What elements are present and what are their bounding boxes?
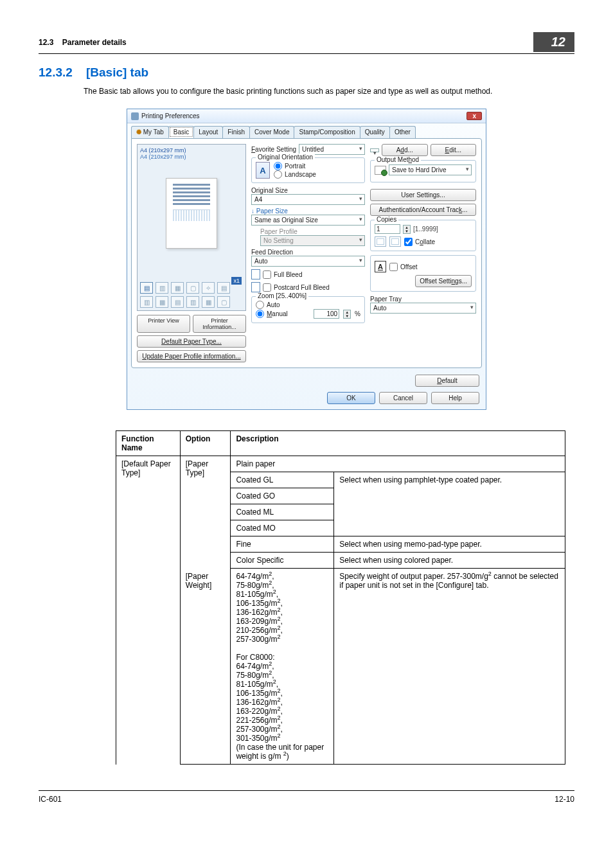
select-value: Auto: [373, 305, 387, 312]
cell-plain: Plain paper: [231, 456, 565, 472]
hard-drive-icon: [375, 166, 386, 175]
option-icon[interactable]: ▢: [217, 296, 230, 308]
portrait-radio[interactable]: Portrait: [274, 162, 316, 170]
w: 210-256g/m: [236, 626, 277, 635]
paper-size-select[interactable]: Same as Original Size: [251, 215, 365, 226]
add-button[interactable]: Add...: [382, 144, 428, 156]
collate-checkbox[interactable]: Collate: [404, 238, 435, 246]
w: 163-220g/m: [236, 707, 277, 716]
copies-legend: Copies: [375, 216, 398, 223]
copies-input[interactable]: 1: [375, 224, 400, 234]
option-icon[interactable]: ▦: [171, 282, 184, 294]
preview-dims-2: A4 (210x297 mm): [140, 154, 243, 160]
update-paper-profile-button[interactable]: Update Paper Profile information...: [137, 350, 246, 362]
option-icon[interactable]: ▦: [202, 296, 215, 308]
help-button[interactable]: Help: [431, 392, 479, 404]
tab-other[interactable]: Other: [389, 126, 416, 138]
zoom-manual-radio[interactable]: Manual: [256, 310, 288, 318]
feed-direction-select[interactable]: Auto: [251, 256, 365, 267]
tab-strip: ✺ My Tab Basic Layout Finish Cover Mode …: [131, 126, 482, 138]
copies-group: Copies 1 ▲▼ [1..9999] Collate: [370, 220, 476, 251]
favorite-history-select[interactable]: [370, 148, 379, 152]
output-method-select[interactable]: Save to Hard Drive: [389, 164, 472, 175]
select-value: No Setting: [263, 237, 294, 244]
paper-size-label: ↓ Paper Size: [251, 208, 365, 215]
user-settings-button[interactable]: User Settings...: [370, 189, 476, 201]
w: 106-135g/m: [236, 599, 277, 608]
dialog-screenshot: Printing Preferences x ✺ My Tab Basic La…: [127, 109, 486, 410]
tab-quality[interactable]: Quality: [360, 126, 390, 138]
cell-fine: Fine: [231, 536, 334, 553]
option-icon[interactable]: ▤: [217, 282, 230, 294]
tab-layout[interactable]: Layout: [193, 126, 223, 138]
radio-label: Manual: [267, 310, 288, 317]
postcard-bleed-checkbox[interactable]: Postcard Full Bleed: [251, 282, 365, 292]
preview-pane: A4 (210x297 mm) A4 (210x297 mm) x1 ▤ ▥ ▦…: [137, 144, 246, 311]
tab-cover-mode[interactable]: Cover Mode: [249, 126, 294, 138]
radio-label: Landscape: [285, 171, 316, 178]
tab-finish[interactable]: Finish: [222, 126, 250, 138]
full-bleed-checkbox[interactable]: Full Bleed: [251, 269, 365, 279]
w: 163-209g/m: [236, 617, 277, 626]
tab-basic[interactable]: Basic: [168, 126, 194, 138]
ok-button[interactable]: OK: [327, 392, 375, 404]
select-value: Untitled: [302, 146, 324, 153]
dialog-buttons: OK Cancel Help: [127, 387, 486, 409]
tab-stamp[interactable]: Stamp/Composition: [294, 126, 360, 138]
tab-label: Layout: [199, 128, 218, 136]
option-icon[interactable]: ▦: [155, 296, 168, 308]
tab-my-tab[interactable]: ✺ My Tab: [131, 126, 169, 138]
offset-settings-button[interactable]: Offset Settings...: [415, 275, 472, 287]
checkbox-label: Postcard Full Bleed: [274, 284, 330, 291]
option-icon[interactable]: ▥: [155, 282, 168, 294]
option-icon[interactable]: ▥: [186, 296, 199, 308]
original-size-select[interactable]: A4: [251, 194, 365, 205]
output-method-legend: Output Method: [375, 156, 421, 163]
landscape-radio[interactable]: Landscape: [274, 170, 316, 179]
tab-body: A4 (210x297 mm) A4 (210x297 mm) x1 ▤ ▥ ▦…: [131, 138, 482, 368]
page-footer: IC-601 12-10: [39, 790, 574, 804]
copies-range: [1..9999]: [413, 226, 438, 233]
option-icon[interactable]: ▢: [186, 282, 199, 294]
option-icon[interactable]: ▥: [140, 296, 153, 308]
select-value: Auto: [254, 258, 268, 265]
zoom-group: Zoom [25..400%] Auto Manual 100 ▲▼ %: [251, 296, 365, 323]
printer-view-button[interactable]: Printer View: [137, 315, 190, 333]
select-value: Same as Original Size: [254, 217, 318, 224]
tab-label: Other: [395, 128, 411, 136]
printer-info-button[interactable]: Printer Information...: [193, 315, 246, 333]
zoom-spinner[interactable]: ▲▼: [343, 310, 351, 319]
copies-spinner[interactable]: ▲▼: [403, 225, 411, 234]
default-button[interactable]: Default: [415, 375, 479, 387]
auth-track-button[interactable]: Authentication/Account Track...: [370, 204, 476, 216]
checkbox-label: Offset: [400, 263, 418, 270]
radio-label: Portrait: [285, 163, 305, 170]
paper-tray-select[interactable]: Auto: [370, 303, 476, 314]
cell-fine-note: Select when using memo-pad-type paper.: [334, 536, 565, 553]
cell-function-name: [Default Paper Type]: [116, 456, 181, 765]
checkbox-label: Collate: [415, 238, 435, 245]
feed-direction-label: Feed Direction: [251, 249, 365, 256]
w-foot: (In case the unit for paper weight is g/…: [236, 743, 324, 761]
edit-button[interactable]: Edit...: [431, 144, 477, 156]
zoom-auto-radio[interactable]: Auto: [256, 301, 360, 309]
w: 221-256g/m: [236, 716, 277, 725]
gear-icon: ✺: [136, 128, 141, 136]
select-value: A4: [254, 196, 262, 203]
w: 257-300g/m: [236, 635, 277, 644]
option-icon[interactable]: ▤: [171, 296, 184, 308]
tab-label: Quality: [365, 128, 385, 136]
zoom-value-input[interactable]: 100: [314, 309, 339, 319]
zoom-legend: Zoom [25..400%]: [256, 292, 308, 299]
offset-checkbox[interactable]: Offset: [389, 263, 418, 271]
original-size-label: Original Size: [251, 187, 365, 194]
function-table: Function Name Option Description [Defaul…: [116, 430, 565, 765]
option-icon[interactable]: ✧: [202, 282, 215, 294]
collate-icon: [389, 236, 401, 247]
select-value: Save to Hard Drive: [392, 166, 446, 173]
close-icon[interactable]: x: [466, 112, 482, 120]
w: 257-300g/m: [236, 725, 277, 734]
default-paper-type-button[interactable]: Default Paper Type...: [137, 335, 246, 348]
option-icon[interactable]: ▤: [140, 282, 153, 294]
cancel-button[interactable]: Cancel: [379, 392, 427, 404]
